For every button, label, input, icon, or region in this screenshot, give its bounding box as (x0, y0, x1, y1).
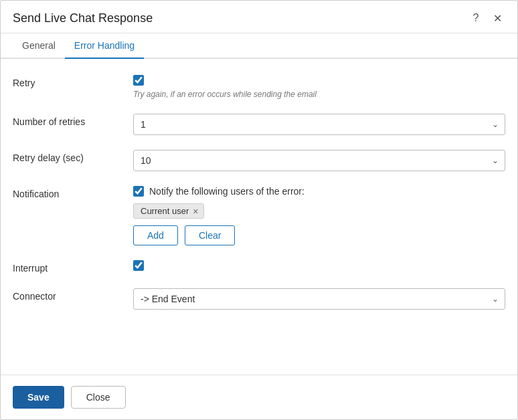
save-button[interactable]: Save (13, 386, 64, 409)
notification-checkbox[interactable] (133, 186, 144, 197)
user-tag-current: Current user × (133, 203, 204, 219)
retries-control: 1 2 3 4 5 ⌄ (133, 114, 505, 135)
connector-label: Connector (13, 288, 120, 302)
user-tags: Current user × (133, 203, 505, 219)
clear-users-button[interactable]: Clear (185, 225, 235, 245)
retries-select-wrapper: 1 2 3 4 5 ⌄ (133, 114, 505, 135)
retry-control: Try again, if an error occurs while send… (133, 75, 505, 99)
connector-control: -> End Event -> Start Event ⌄ (133, 288, 505, 310)
retry-hint: Try again, if an error occurs while send… (133, 90, 505, 99)
retry-delay-select-wrapper: 5 10 15 20 30 ⌄ (133, 150, 505, 171)
dialog: Send Live Chat Response ? ✕ General Erro… (0, 0, 518, 420)
dialog-header: Send Live Chat Response ? ✕ (1, 1, 517, 33)
retries-row: Number of retries 1 2 3 4 5 ⌄ (13, 114, 505, 135)
header-icons: ? ✕ (468, 10, 505, 26)
retry-label: Retry (13, 75, 120, 88)
notification-row: Notification Notify the following users … (13, 186, 505, 245)
dialog-title: Send Live Chat Response (13, 11, 153, 25)
tag-label: Current user (141, 206, 189, 216)
interrupt-checkbox[interactable] (133, 260, 144, 271)
retries-label: Number of retries (13, 114, 120, 127)
retries-select[interactable]: 1 2 3 4 5 (133, 114, 505, 135)
tab-content: Retry Try again, if an error occurs whil… (1, 59, 517, 375)
connector-select-wrapper: -> End Event -> Start Event ⌄ (133, 288, 505, 310)
connector-row: Connector -> End Event -> Start Event ⌄ (13, 288, 505, 310)
tab-bar: General Error Handling (1, 33, 517, 59)
tab-error-handling[interactable]: Error Handling (65, 33, 144, 59)
retry-row: Retry Try again, if an error occurs whil… (13, 75, 505, 99)
close-button[interactable]: Close (71, 386, 126, 409)
tag-remove-button[interactable]: × (193, 207, 198, 216)
retry-delay-control: 5 10 15 20 30 ⌄ (133, 150, 505, 171)
retry-checkbox-row (133, 75, 505, 86)
retry-delay-row: Retry delay (sec) 5 10 15 20 30 ⌄ (13, 150, 505, 171)
interrupt-label: Interrupt (13, 260, 120, 274)
retry-checkbox[interactable] (133, 75, 144, 86)
tab-general[interactable]: General (13, 33, 65, 59)
notification-control: Notify the following users of the error:… (133, 186, 505, 245)
notification-buttons: Add Clear (133, 225, 505, 245)
close-dialog-button[interactable]: ✕ (489, 10, 505, 26)
help-button[interactable]: ? (468, 10, 484, 26)
retry-delay-select[interactable]: 5 10 15 20 30 (133, 150, 505, 171)
connector-select[interactable]: -> End Event -> Start Event (133, 288, 505, 310)
dialog-footer: Save Close (1, 375, 517, 419)
interrupt-control (133, 260, 505, 271)
notification-label: Notification (13, 186, 120, 199)
retry-delay-label: Retry delay (sec) (13, 150, 120, 163)
notification-text: Notify the following users of the error: (149, 186, 305, 197)
interrupt-checkbox-row (133, 260, 505, 271)
add-user-button[interactable]: Add (133, 225, 178, 245)
interrupt-row: Interrupt (13, 260, 505, 274)
notification-header: Notify the following users of the error: (133, 186, 505, 197)
